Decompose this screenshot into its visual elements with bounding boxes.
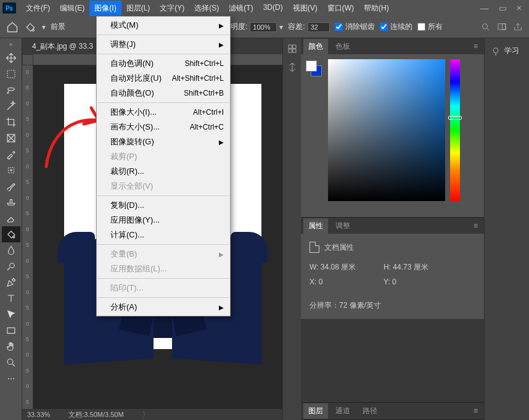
lasso-tool[interactable] (2, 82, 20, 98)
menu-item[interactable]: 自动对比度(U)Alt+Shift+Ctrl+L (97, 71, 230, 86)
menu-view[interactable]: 视图(V) (288, 1, 322, 16)
menu-image[interactable]: 图像(I) (89, 1, 121, 16)
menu-item[interactable]: 图像大小(I)...Alt+Ctrl+I (97, 105, 230, 120)
hue-thumb[interactable] (448, 116, 462, 120)
tab-swatches[interactable]: 色板 (330, 39, 355, 54)
hand-tool[interactable] (2, 339, 20, 355)
ruler-vertical: 0505050505050505050505 (22, 65, 33, 409)
svg-rect-2 (502, 23, 506, 29)
type-tool[interactable] (2, 290, 20, 307)
menu-layer[interactable]: 图层(L) (121, 1, 155, 16)
pen-tool[interactable] (2, 274, 20, 290)
learn-button[interactable]: 学习 (488, 43, 525, 59)
menu-item[interactable]: 计算(C)... (97, 228, 230, 242)
menu-type[interactable]: 文字(Y) (155, 1, 189, 16)
blur-tool[interactable] (2, 242, 20, 258)
menu-item-label: 自动对比度(U) (110, 73, 162, 84)
contiguous-label: 连续的 (390, 22, 412, 32)
window-controls: — ▭ × (480, 3, 522, 13)
hue-slider[interactable] (450, 59, 460, 201)
paint-bucket-tool[interactable] (2, 226, 20, 242)
panel-menu-icon[interactable]: ≡ (474, 221, 478, 230)
more-tools-icon[interactable]: ⋯ (2, 371, 20, 387)
crop-tool[interactable] (2, 114, 20, 130)
tolerance-label: 容差: (288, 22, 305, 32)
home-icon[interactable] (6, 21, 18, 33)
frame-tool[interactable] (2, 130, 20, 146)
menu-item-label: 模式(M) (110, 20, 139, 31)
eyedropper-tool[interactable] (2, 146, 20, 162)
magic-wand-tool[interactable] (2, 98, 20, 114)
zoom-level[interactable]: 33.33% (27, 411, 50, 418)
tolerance-value[interactable]: 32 (308, 22, 330, 32)
minimize-icon[interactable]: — (480, 3, 489, 13)
document-tab[interactable]: 4_副本.jpg @ 33.3 (27, 39, 98, 54)
menu-item[interactable]: 画布大小(S)...Alt+Ctrl+C (97, 120, 230, 134)
tab-layers[interactable]: 图层 (303, 403, 328, 419)
tab-adjustments[interactable]: 调整 (330, 218, 355, 234)
share-icon[interactable] (513, 22, 523, 32)
menu-separator (97, 196, 229, 196)
panel-menu-icon[interactable]: ≡ (474, 406, 478, 415)
menu-item[interactable]: 复制(D)... (97, 198, 230, 213)
tab-properties[interactable]: 属性 (303, 218, 328, 234)
brush-tool[interactable] (2, 178, 20, 194)
contiguous-checkbox[interactable] (380, 23, 388, 31)
menu-item[interactable]: 模式(M)▶ (97, 18, 230, 33)
panel-icon-2[interactable] (287, 62, 298, 73)
paint-bucket-icon[interactable] (23, 21, 37, 33)
opacity-value[interactable]: 100% (250, 22, 277, 32)
menu-select[interactable]: 选择(S) (189, 1, 224, 16)
menu-item[interactable]: 调整(J)▶ (97, 37, 230, 52)
menu-filter[interactable]: 滤镜(T) (224, 1, 258, 16)
menubar: 文件(F) 编辑(E) 图像(I) 图层(L) 文字(Y) 选择(S) 滤镜(T… (21, 1, 480, 16)
color-field[interactable] (328, 59, 445, 201)
status-bar: 33.33% 文档:3.50M/3.50M 〉 (22, 409, 282, 420)
antialias-checkbox[interactable] (335, 23, 343, 31)
svg-rect-7 (7, 328, 15, 334)
color-swatches[interactable] (306, 60, 323, 78)
tab-channels[interactable]: 通道 (330, 403, 355, 419)
menu-item[interactable]: 自动色调(N)Shift+Ctrl+L (97, 56, 230, 71)
menu-item[interactable]: 分析(A)▶ (97, 300, 230, 315)
marquee-tool[interactable] (2, 66, 20, 82)
zoom-tool[interactable] (2, 355, 20, 371)
menu-file[interactable]: 文件(F) (21, 1, 55, 16)
clone-stamp-tool[interactable] (2, 194, 20, 210)
menu-window[interactable]: 窗口(W) (322, 1, 359, 16)
close-icon[interactable]: × (517, 3, 522, 13)
menu-separator (97, 297, 229, 298)
options-bar: ▾ 前景 透明度: 100% ▾ 容差: 32 消除锯齿 连续的 所有 (0, 16, 529, 38)
maximize-icon[interactable]: ▭ (499, 3, 507, 13)
menu-item: 裁剪(P) (97, 149, 230, 164)
toolbar-toggle-icon[interactable]: » (0, 41, 22, 47)
menu-3d[interactable]: 3D(D) (258, 1, 288, 16)
toolbar: » ⋯ (0, 38, 22, 420)
panel-icon-1[interactable] (287, 43, 298, 54)
foreground-color-swatch[interactable] (306, 60, 317, 72)
ruler-corner (22, 54, 33, 65)
menu-help[interactable]: 帮助(H) (359, 1, 394, 16)
menu-item-shortcut: Alt+Ctrl+C (190, 123, 224, 131)
submenu-arrow-icon: ▶ (219, 251, 224, 258)
eraser-tool[interactable] (2, 210, 20, 226)
workspace-icon[interactable] (497, 22, 507, 32)
dodge-tool[interactable] (2, 258, 20, 274)
right-sidebar: 学习 (484, 38, 529, 420)
menu-item[interactable]: 图像旋转(G)▶ (97, 134, 230, 149)
path-select-tool[interactable] (2, 307, 20, 323)
menu-item[interactable]: 裁切(R)... (97, 164, 230, 179)
panel-menu-icon[interactable]: ≡ (474, 42, 478, 51)
menu-item[interactable]: 自动颜色(O)Shift+Ctrl+B (97, 86, 230, 101)
menu-item[interactable]: 应用图像(Y)... (97, 213, 230, 228)
prop-width: 34.08 厘米 (321, 263, 356, 271)
menu-edit[interactable]: 编辑(E) (55, 1, 89, 16)
submenu-arrow-icon: ▶ (219, 41, 224, 48)
tab-paths[interactable]: 路径 (358, 403, 382, 419)
rectangle-tool[interactable] (2, 323, 20, 339)
tab-color[interactable]: 颜色 (303, 39, 328, 54)
move-tool[interactable] (2, 50, 20, 66)
all-layers-checkbox[interactable] (417, 23, 425, 31)
search-icon[interactable] (481, 22, 491, 32)
healing-brush-tool[interactable] (2, 162, 20, 178)
